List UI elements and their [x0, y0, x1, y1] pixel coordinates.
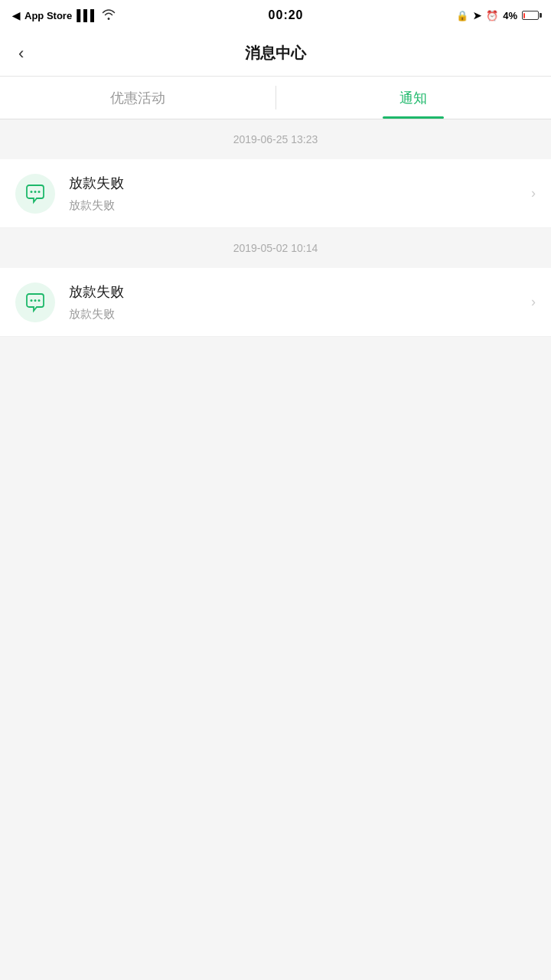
- status-left: ◀ App Store ▌▌▌: [12, 9, 116, 22]
- empty-content-area: [0, 337, 551, 796]
- date-separator-1: 2019-06-25 13:23: [0, 119, 551, 159]
- notification-item-1[interactable]: 放款失败 放款失败 ›: [0, 159, 551, 228]
- status-bar: ◀ App Store ▌▌▌ 00:20 🔒 ➤ ⏰ 4%: [0, 0, 551, 31]
- status-time: 00:20: [269, 8, 304, 22]
- svg-point-3: [38, 191, 41, 193]
- battery-percent-label: 4%: [503, 10, 517, 21]
- date-separator-2: 2019-05-02 10:14: [0, 228, 551, 268]
- tab-notifications[interactable]: 通知: [276, 77, 552, 119]
- svg-point-0: [15, 174, 55, 214]
- message-icon-2: [15, 283, 55, 322]
- message-icon-1: [15, 174, 55, 214]
- chevron-right-icon-1: ›: [531, 185, 536, 201]
- tab-bar: 优惠活动 通知: [0, 77, 551, 119]
- svg-point-1: [31, 191, 33, 193]
- tab-notifications-label: 通知: [399, 89, 427, 107]
- location-icon: ➤: [473, 10, 481, 21]
- chevron-right-icon-2: ›: [531, 294, 536, 310]
- tab-promotions-label: 优惠活动: [110, 89, 165, 107]
- status-right: 🔒 ➤ ⏰ 4%: [456, 10, 539, 21]
- svg-point-2: [34, 191, 37, 193]
- tab-promotions[interactable]: 优惠活动: [0, 77, 276, 119]
- battery-icon: [522, 11, 539, 20]
- notification-title-1: 放款失败: [69, 174, 517, 192]
- signal-icon: ▌▌▌: [77, 9, 97, 21]
- svg-point-7: [38, 299, 41, 302]
- date-label-2: 2019-05-02 10:14: [233, 242, 318, 254]
- notification-item-2[interactable]: 放款失败 放款失败 ›: [0, 268, 551, 337]
- svg-point-4: [15, 283, 55, 322]
- notification-content-1: 放款失败 放款失败: [69, 174, 517, 213]
- notification-title-2: 放款失败: [69, 283, 517, 301]
- lock-icon: 🔒: [456, 10, 468, 21]
- svg-point-6: [34, 299, 37, 302]
- carrier-label: App Store: [24, 10, 72, 21]
- notification-desc-2: 放款失败: [69, 307, 517, 322]
- date-label-1: 2019-06-25 13:23: [233, 133, 318, 145]
- wifi-icon: [102, 9, 116, 22]
- back-app-store-icon: ◀: [12, 10, 20, 21]
- nav-bar: ‹ 消息中心: [0, 31, 551, 77]
- svg-point-5: [31, 299, 33, 302]
- back-button[interactable]: ‹: [12, 38, 30, 70]
- page-title: 消息中心: [245, 43, 306, 64]
- notification-desc-1: 放款失败: [69, 198, 517, 213]
- notification-content-2: 放款失败 放款失败: [69, 283, 517, 322]
- alarm-icon: ⏰: [486, 10, 498, 21]
